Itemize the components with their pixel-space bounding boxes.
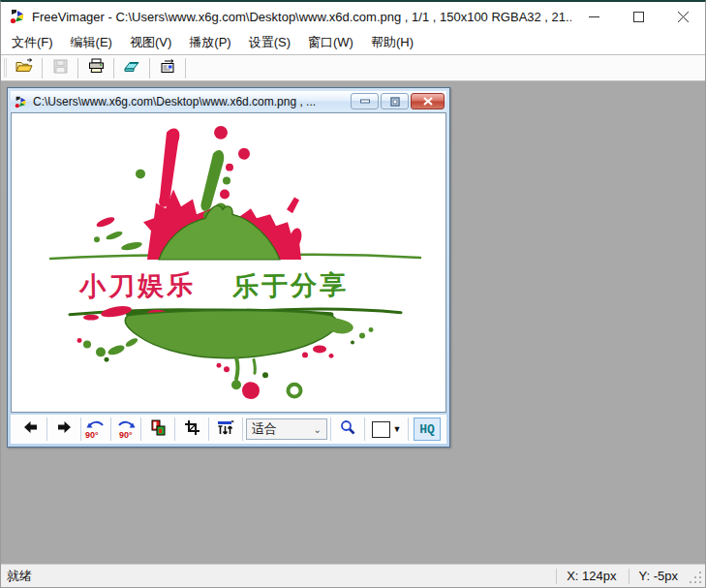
toolbar-separator bbox=[113, 58, 114, 78]
zoom-mode-value: 适合 bbox=[252, 420, 314, 438]
toolbar-grip bbox=[4, 58, 7, 77]
scan-button[interactable] bbox=[117, 57, 146, 79]
crop-button[interactable] bbox=[178, 417, 205, 442]
maximize-button[interactable] bbox=[616, 2, 660, 31]
crop-icon bbox=[184, 419, 200, 440]
main-toolbar bbox=[1, 55, 705, 81]
child-close-button[interactable] bbox=[411, 93, 445, 109]
rotate-left-degree-label: 90° bbox=[85, 430, 99, 440]
arrow-right-icon bbox=[56, 420, 73, 438]
menu-help[interactable]: 帮助(H) bbox=[362, 31, 422, 54]
logo-text-red: 小刀娱乐 bbox=[79, 267, 197, 304]
rotate-right-degree-label: 90° bbox=[119, 430, 133, 440]
open-file-button[interactable] bbox=[10, 57, 39, 79]
toolbar-separator bbox=[185, 58, 186, 78]
menu-edit[interactable]: 编辑(E) bbox=[62, 31, 121, 54]
next-image-button[interactable] bbox=[50, 417, 77, 442]
toolbar-separator bbox=[140, 418, 141, 441]
toolbar-separator bbox=[149, 58, 150, 78]
resize-button[interactable] bbox=[212, 417, 239, 442]
toolbar-separator bbox=[174, 418, 175, 441]
logo-text-green: 乐于分享 bbox=[232, 267, 350, 304]
email-icon bbox=[160, 59, 176, 77]
color-swatches-icon bbox=[149, 418, 167, 440]
scanner-icon bbox=[123, 59, 140, 77]
status-message: 就绪 bbox=[1, 568, 556, 585]
toolbar-separator bbox=[77, 58, 78, 78]
toolbar-separator bbox=[42, 58, 43, 78]
color-adjust-button[interactable] bbox=[144, 417, 171, 442]
resize-grip[interactable] bbox=[690, 572, 703, 585]
toolbar-separator bbox=[408, 418, 409, 441]
image-canvas[interactable]: 小刀娱乐 乐于分享 bbox=[11, 112, 446, 413]
title-bar: FreeVimager - C:\Users\www.x6g.com\Deskt… bbox=[1, 2, 705, 31]
menu-play[interactable]: 播放(P) bbox=[180, 31, 239, 54]
zoom-mode-select[interactable]: 适合 ⌄ bbox=[246, 418, 327, 440]
image-toolbar: 90° 90° bbox=[11, 415, 446, 444]
window-title: FreeVimager - C:\Users\www.x6g.com\Deskt… bbox=[32, 10, 571, 24]
resize-sliders-icon bbox=[217, 419, 234, 440]
toolbar-separator bbox=[80, 418, 81, 441]
child-minimize-button[interactable] bbox=[351, 93, 379, 109]
magnifier-icon bbox=[340, 419, 356, 440]
cursor-x-position: X: 124px bbox=[557, 569, 628, 583]
save-icon bbox=[53, 59, 68, 77]
rotate-right-button[interactable]: 90° bbox=[114, 418, 138, 440]
print-icon bbox=[88, 58, 105, 77]
toolbar-separator bbox=[208, 418, 209, 441]
menu-file[interactable]: 文件(F) bbox=[3, 31, 62, 54]
chevron-down-icon: ⌄ bbox=[314, 424, 326, 435]
menu-window[interactable]: 窗口(W) bbox=[299, 31, 362, 54]
previous-image-button[interactable] bbox=[16, 417, 44, 442]
image-document-window[interactable]: C:\Users\www.x6g.com\Desktop\www.x6d.com… bbox=[7, 87, 450, 448]
menu-view[interactable]: 视图(V) bbox=[121, 31, 180, 54]
minimize-button[interactable] bbox=[571, 2, 616, 31]
email-button[interactable] bbox=[153, 57, 182, 79]
app-window: FreeVimager - C:\Users\www.x6g.com\Deskt… bbox=[0, 0, 706, 588]
background-color-button[interactable]: ▼ bbox=[368, 417, 405, 442]
toolbar-separator bbox=[242, 418, 243, 441]
child-title-bar[interactable]: C:\Users\www.x6g.com\Desktop\www.x6d.com… bbox=[11, 91, 446, 111]
status-bar: 就绪 X: 124px Y: -5px bbox=[1, 564, 705, 587]
menu-bar: 文件(F) 编辑(E) 视图(V) 播放(P) 设置(S) 窗口(W) 帮助(H… bbox=[1, 31, 705, 55]
arrow-left-icon bbox=[22, 420, 39, 438]
freevimager-logo-icon bbox=[9, 9, 26, 24]
toolbar-separator bbox=[364, 418, 365, 441]
child-restore-button[interactable] bbox=[381, 93, 409, 109]
save-button bbox=[46, 57, 75, 79]
toolbar-separator bbox=[110, 418, 111, 441]
high-quality-toggle[interactable]: HQ bbox=[414, 418, 441, 441]
close-button[interactable] bbox=[660, 2, 705, 31]
splash-logo-image bbox=[12, 113, 445, 412]
zoom-tool-button[interactable] bbox=[334, 417, 361, 442]
toolbar-separator bbox=[46, 418, 47, 441]
document-logo-icon bbox=[14, 95, 28, 108]
toolbar-separator bbox=[330, 418, 331, 441]
child-window-title: C:\Users\www.x6g.com\Desktop\www.x6d.com… bbox=[33, 95, 349, 108]
print-button[interactable] bbox=[81, 57, 110, 79]
dropdown-arrow-icon[interactable]: ▼ bbox=[393, 424, 402, 434]
color-swatch-white-icon bbox=[372, 421, 390, 438]
menu-settings[interactable]: 设置(S) bbox=[240, 31, 299, 54]
cursor-y-position: Y: -5px bbox=[629, 569, 690, 583]
mdi-workspace: C:\Users\www.x6g.com\Desktop\www.x6d.com… bbox=[1, 81, 705, 564]
rotate-left-button[interactable]: 90° bbox=[84, 418, 107, 440]
open-folder-icon bbox=[15, 58, 34, 77]
